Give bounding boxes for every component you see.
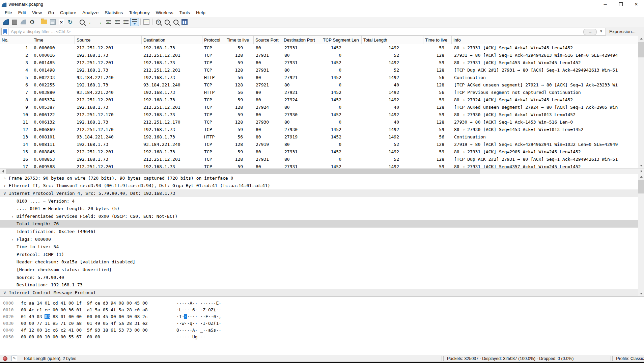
- start-capture-button[interactable]: [1, 18, 10, 26]
- expanded-expander-icon[interactable]: ∨: [2, 290, 7, 295]
- reload-file-button[interactable]: ↻: [66, 18, 75, 26]
- auto-scroll-button[interactable]: [130, 18, 139, 26]
- detail-row[interactable]: ∨Internet Control Message Protocol: [0, 289, 638, 296]
- menu-telephony[interactable]: Telephony: [126, 9, 153, 16]
- detail-row[interactable]: Header checksum: 0xa15a [validation disa…: [0, 258, 638, 266]
- packet-row[interactable]: 100.006122212.251.12.170192.168.1.73TCP5…: [0, 111, 638, 119]
- colorize-packets-button[interactable]: [142, 18, 151, 26]
- column-header-time-to-live[interactable]: Time to live: [423, 36, 452, 44]
- go-to-packet-button[interactable]: →: [104, 18, 113, 26]
- collapsed-expander-icon[interactable]: ›: [2, 183, 7, 188]
- scroll-down-button[interactable]: [638, 291, 644, 296]
- collapsed-expander-icon[interactable]: ›: [10, 214, 15, 219]
- find-packet-button[interactable]: [78, 18, 86, 26]
- packet-row[interactable]: 10.000000212.251.12.201192.168.1.73TCP59…: [0, 44, 638, 52]
- zoom-out-button[interactable]: −: [163, 18, 171, 26]
- detail-row[interactable]: Destination: 192.168.1.73: [0, 281, 638, 289]
- detail-row[interactable]: ›Frame 26753: 90 bytes on wire (720 bits…: [0, 174, 638, 182]
- column-header-total-length[interactable]: Total Length: [362, 36, 423, 44]
- resize-columns-button[interactable]: [180, 18, 189, 26]
- menu-analyze[interactable]: Analyze: [79, 9, 102, 16]
- filter-bookmark-button[interactable]: [2, 28, 9, 35]
- packet-row[interactable]: 150.008845212.251.12.201192.168.1.73TCP5…: [0, 148, 638, 156]
- hscrollbar-thumb[interactable]: [6, 169, 480, 174]
- packet-row[interactable]: 90.005387192.168.1.73212.251.12.201TCP12…: [0, 104, 638, 111]
- column-header-tcp-segment-len[interactable]: TCP Segment Len: [321, 36, 362, 44]
- zoom-in-button[interactable]: +: [154, 18, 163, 26]
- collapsed-expander-icon[interactable]: ›: [2, 176, 7, 181]
- column-header-info[interactable]: Info: [452, 36, 638, 44]
- capture-options-button[interactable]: ⚙: [28, 18, 36, 26]
- hex-row[interactable]: 002001 49 03 03 88 01 00 00 00 00 45 00 …: [0, 313, 644, 320]
- packet-row[interactable]: 120.006869212.251.12.170192.168.1.73TCP5…: [0, 126, 638, 133]
- detail-row[interactable]: .... 0101 = Header Length: 20 bytes (5): [0, 205, 638, 212]
- go-last-button[interactable]: ↓: [121, 18, 130, 26]
- packet-list-scrollbar[interactable]: [638, 36, 644, 168]
- packet-row[interactable]: 30.001485212.251.12.201192.168.1.73TCP59…: [0, 59, 638, 67]
- restart-capture-button[interactable]: [19, 18, 28, 26]
- packet-row[interactable]: 170.009588212.251.12.201192.168.1.73TCP5…: [0, 163, 638, 168]
- packet-row[interactable]: 80.005374212.251.12.201192.168.1.73TCP59…: [0, 96, 638, 104]
- scroll-right-button[interactable]: [639, 168, 644, 174]
- detail-row[interactable]: 0100 .... = Version: 4: [0, 197, 638, 205]
- scrollbar-thumb[interactable]: [638, 180, 644, 193]
- column-header-destination[interactable]: Destination: [142, 36, 202, 44]
- packet-row[interactable]: 40.001498192.168.1.73212.251.12.201TCP12…: [0, 67, 638, 74]
- hex-row[interactable]: 005000 00 00 10 00 00 55 67 00 00······U…: [0, 334, 644, 340]
- open-file-button[interactable]: [39, 18, 48, 26]
- collapsed-expander-icon[interactable]: ›: [10, 237, 15, 242]
- packet-row[interactable]: 140.008111192.168.1.7393.184.221.240TCP1…: [0, 141, 638, 148]
- scroll-up-button[interactable]: [638, 36, 644, 41]
- minimize-button[interactable]: ─: [597, 0, 613, 8]
- detail-row[interactable]: [Header checksum status: Unverified]: [0, 266, 638, 274]
- packet-row[interactable]: 50.00223393.184.221.240192.168.1.73HTTP5…: [0, 74, 638, 81]
- close-button[interactable]: ×: [628, 0, 644, 8]
- packet-row[interactable]: 160.008853192.168.1.73212.251.12.201TCP1…: [0, 156, 638, 163]
- menu-statistics[interactable]: Statistics: [102, 9, 126, 16]
- detail-row[interactable]: ›Ethernet II, Src: ThomsonT_ce:d3:94 (00…: [0, 182, 638, 190]
- column-header-time[interactable]: Time: [32, 36, 75, 44]
- column-header-source-port[interactable]: Source Port: [254, 36, 282, 44]
- capture-comment-icon[interactable]: ✎: [11, 356, 17, 361]
- stop-capture-button[interactable]: [10, 18, 19, 26]
- detail-row[interactable]: Time to live: 54: [0, 243, 638, 251]
- menu-capture[interactable]: Capture: [57, 9, 79, 16]
- column-header-protocol[interactable]: Protocol: [202, 36, 225, 44]
- menu-help[interactable]: Help: [193, 9, 208, 16]
- column-header-source[interactable]: Source: [75, 36, 142, 44]
- expanded-expander-icon[interactable]: ∨: [2, 191, 7, 196]
- go-forward-button[interactable]: →: [95, 18, 104, 26]
- scroll-left-button[interactable]: [0, 168, 5, 174]
- hex-row[interactable]: 003000 00 77 11 e5 71 c0 a8 01 49 05 4f …: [0, 320, 644, 327]
- detail-row[interactable]: ›Differentiated Services Field: 0x00 (DS…: [0, 212, 638, 220]
- expression-button[interactable]: Expression...: [609, 29, 636, 34]
- detail-row[interactable]: Identification: 0xc1ee (49646): [0, 228, 638, 235]
- menu-view[interactable]: View: [29, 9, 45, 16]
- hex-row[interactable]: 001000 4c c1 ee 00 00 36 01 a1 5a 05 4f …: [0, 307, 644, 313]
- column-header-no-[interactable]: No.: [0, 36, 32, 44]
- menu-go[interactable]: Go: [45, 9, 57, 16]
- detail-row[interactable]: ›Flags: 0x0000: [0, 235, 638, 243]
- detail-row[interactable]: Protocol: ICMP (1): [0, 251, 638, 258]
- detail-row[interactable]: Total Length: 76: [0, 220, 638, 228]
- packet-list-hscrollbar[interactable]: [0, 168, 644, 174]
- menu-edit[interactable]: Edit: [15, 9, 29, 16]
- filter-history-dropdown[interactable]: ▼: [599, 29, 603, 33]
- scroll-up-button[interactable]: [638, 174, 644, 179]
- column-header-time-to-live[interactable]: Time to live: [225, 36, 254, 44]
- packet-row[interactable]: 60.002255192.168.1.7393.184.221.240TCP12…: [0, 81, 638, 89]
- profile-status[interactable]: Profile: Classic: [616, 356, 644, 361]
- go-first-button[interactable]: ↑: [113, 18, 121, 26]
- go-back-button[interactable]: ←: [86, 18, 95, 26]
- scrollbar-thumb[interactable]: [638, 42, 644, 57]
- menu-tools[interactable]: Tools: [176, 9, 193, 16]
- detail-row[interactable]: Source: 5.79.90.40: [0, 274, 638, 281]
- menu-wireless[interactable]: Wireless: [153, 9, 176, 16]
- zoom-reset-button[interactable]: [171, 18, 180, 26]
- menu-file[interactable]: File: [2, 9, 15, 16]
- close-file-button[interactable]: ×: [57, 18, 66, 26]
- packet-row[interactable]: 70.00388093.184.221.240192.168.1.73HTTP5…: [0, 89, 638, 96]
- apply-filter-button[interactable]: →: [583, 29, 597, 35]
- packet-row[interactable]: 130.00810193.184.221.240192.168.1.73HTTP…: [0, 133, 638, 141]
- details-scrollbar[interactable]: [638, 174, 644, 296]
